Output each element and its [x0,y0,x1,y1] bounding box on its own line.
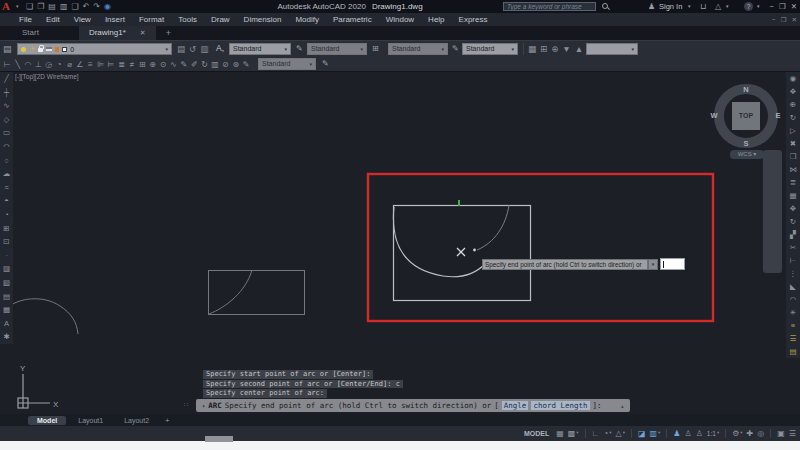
customize-menu-icon[interactable]: ☰ [789,429,796,438]
dynamic-input-field[interactable] [660,258,685,270]
save-icon[interactable]: ▤ [48,0,56,13]
scale-value-icon[interactable]: 1:1 [707,430,719,437]
dim-reassociate-icon[interactable]: ⊛ [231,60,241,69]
download-data-icon[interactable]: ▼ [562,44,570,54]
extend-icon[interactable]: ⊢ [790,254,797,267]
layer-states-icon[interactable]: ▥ [200,44,208,54]
region-icon[interactable]: ▤ [3,290,10,304]
mirror-icon[interactable]: ⋈ [789,163,797,176]
annotation-scale-icon[interactable]: ♙ [696,429,703,438]
rectangle-icon[interactable]: ▭ [3,126,10,140]
spline-icon[interactable]: ≈ [4,181,8,195]
snap-mode-icon[interactable]: ▩ [568,429,579,438]
redo-icon[interactable]: ↷ [93,0,100,13]
erase-icon[interactable]: ✖ [790,137,796,150]
dim-continue-icon[interactable]: ⊨ [106,60,116,69]
tolerance-icon[interactable]: ⊞ [137,60,147,69]
make-block-icon[interactable]: ⊡ [3,235,9,249]
explode-icon[interactable]: ✳ [790,306,796,319]
open-icon[interactable]: ❐ [37,0,44,13]
workspace-dropdown[interactable] [586,43,638,55]
revision-cloud-icon[interactable]: ☁ [3,167,11,181]
minimize-icon[interactable]: − [770,2,774,11]
menu-item[interactable]: Insert [98,13,132,26]
cell-style-icon[interactable]: ⊞ [540,44,547,54]
isodraft-icon[interactable]: △ [616,429,625,438]
table-style-edit-icon[interactable]: ⊞ [372,44,379,53]
viewcube-south[interactable]: S [740,139,752,148]
sign-in-button[interactable]: Sign In [659,0,682,13]
dim-update-icon[interactable]: ↻ [199,60,209,69]
layer-control-dropdown[interactable]: ☀ 0 ▾ [17,43,172,55]
polygon-icon[interactable]: ◇ [4,113,10,127]
undo-icon[interactable]: ↶ [83,0,90,13]
ellipse-arc-icon[interactable]: ◔ [4,208,9,222]
recent-commands-caret-icon[interactable]: ▾ [202,403,205,409]
search-icon[interactable] [602,3,608,9]
layer-vp-icon[interactable] [55,47,59,52]
polyline-icon[interactable]: ∿ [3,99,9,113]
showmotion-icon[interactable]: ▷ [790,124,796,137]
orbit-icon[interactable]: ↻ [790,111,796,124]
viewcube-west[interactable]: W [708,111,720,120]
tab-drawing1[interactable]: Drawing1*✕ [79,26,156,40]
dim-break-icon[interactable]: ≠ [127,60,137,69]
app-menu-caret-icon[interactable]: ▾ [16,0,19,13]
menu-item[interactable]: Parametric [326,13,379,26]
menu-item[interactable]: Help [421,13,451,26]
model-space-label[interactable]: MODEL [524,430,549,437]
option-angle[interactable]: Angle [502,401,529,410]
dim-arc-length-icon[interactable]: ◠ [23,60,33,69]
dim-linear-icon[interactable]: ⊢ [2,60,12,69]
quick-dim-icon[interactable]: ≡ [85,60,95,69]
layer-on-icon[interactable]: ≡ [791,319,795,332]
app-store-cart-icon[interactable]: ⊔ [700,0,706,13]
offset-icon[interactable]: ≣ [790,176,796,189]
dim-baseline-icon[interactable]: ⊫ [96,60,106,69]
option-chord-length[interactable]: chord Length [531,401,589,410]
wcs-dropdown[interactable]: WCS ▾ [730,150,764,159]
restore-icon[interactable]: ❐ [779,2,786,11]
tab-layout2[interactable]: Layout2 [115,416,158,425]
upload-data-icon[interactable]: ▲ [575,44,583,54]
move-icon[interactable]: ✥ [790,202,796,215]
profile-icon[interactable]: ♟ [648,0,655,13]
customization-plus-icon[interactable]: ✚ [747,429,754,438]
array-icon[interactable]: ▦ [789,189,796,202]
tab-close-icon[interactable]: ✕ [140,29,146,36]
gradient-icon[interactable]: ▧ [3,276,10,290]
table-style-dropdown[interactable]: Standard [388,43,448,55]
autocad-logo-icon[interactable]: A [2,0,16,13]
new-layout-button[interactable]: + [165,416,170,425]
plot-icon[interactable]: ❑ [71,0,78,13]
steering-wheel-icon[interactable]: ◉ [790,72,797,85]
ellipse-icon[interactable]: ◓ [4,194,9,208]
sign-in-caret-icon[interactable]: ▾ [688,0,691,13]
layer-freeze-icon[interactable]: ☰ [790,332,797,345]
dim-style-edit-icon[interactable]: ✎ [296,44,303,53]
table-style-icon[interactable]: ▦ [528,44,536,54]
dim-style-icon[interactable]: ▥ [210,60,220,69]
menu-item[interactable]: Format [132,13,171,26]
command-expand-caret-icon[interactable]: ▴ [621,403,624,409]
rotate-icon[interactable]: ↻ [790,215,796,228]
match-layer-icon[interactable]: ▤ [177,44,185,54]
close-icon[interactable]: ✕ [792,16,797,24]
mleader-style-dropdown[interactable]: Standard [462,43,518,55]
tab-model[interactable]: Model [28,416,66,425]
layer-thaw-icon[interactable]: ☀ [29,44,35,54]
close-icon[interactable]: ✕ [791,2,797,11]
viewcube-top-face[interactable]: TOP [732,102,760,130]
point-icon[interactable]: ∙ [5,249,7,263]
pan-icon[interactable]: ✥ [790,85,796,98]
zoom-icon[interactable]: ⊕ [790,98,796,111]
autoscale-icon[interactable]: ♙ [684,429,691,438]
isolate-objects-icon[interactable]: ◎ [757,429,764,438]
layer-color-swatch[interactable] [62,47,67,52]
viewport-controls[interactable]: [-][Top][2D Wireframe] [15,73,79,80]
viewcube-north[interactable]: N [740,85,752,94]
text-style-dropdown[interactable]: Standard [229,43,291,55]
dim-text-edit-icon[interactable]: ✐ [189,60,199,69]
trim-icon[interactable]: ✂ [790,241,796,254]
tab-layout1[interactable]: Layout1 [69,416,112,425]
